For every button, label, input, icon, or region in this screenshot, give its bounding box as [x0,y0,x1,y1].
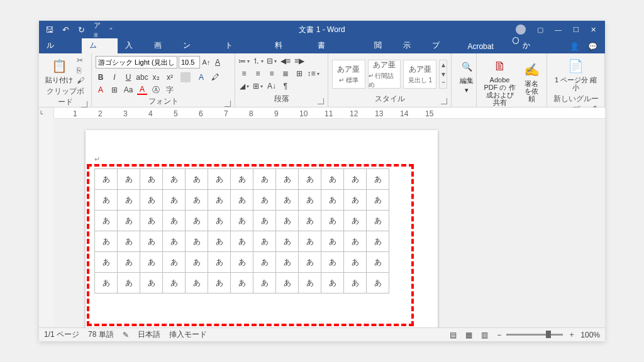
table-cell[interactable]: あ [299,231,321,252]
table-cell[interactable]: あ [140,211,163,231]
table-cell[interactable]: あ [367,252,389,273]
table-cell[interactable]: あ [118,273,140,293]
table-cell[interactable]: あ [163,231,186,252]
table-cell[interactable]: あ [118,231,140,252]
table-cell[interactable]: あ [299,273,321,293]
table-cell[interactable]: あ [253,211,276,231]
table-cell[interactable]: あ [299,190,321,211]
line-spacing-icon[interactable]: ↕≡ [308,69,318,79]
undo-icon[interactable]: ↶ [62,25,69,35]
table-cell[interactable]: あ [140,252,163,273]
table-cell[interactable]: あ [118,190,140,211]
table-cell[interactable]: あ [163,190,186,211]
table-cell[interactable]: あ [163,211,186,231]
redo-icon[interactable]: ↻ [78,25,85,35]
launcher-icon[interactable] [318,98,324,104]
qat-more-icon[interactable]: ⁼ [109,26,113,33]
table-cell[interactable]: あ [140,231,163,252]
strike-icon[interactable]: abc [137,72,147,82]
grow-font-icon[interactable]: A↑ [201,57,211,68]
editing-button[interactable]: 🔍編集▾ [455,57,478,94]
enclose-icon[interactable]: Ⓐ [151,85,161,95]
view-web-icon[interactable]: ▥ [481,331,488,339]
text-effects-icon[interactable]: A [196,72,206,82]
table-cell[interactable]: あ [95,169,118,190]
style-見出し1[interactable]: あア亜見出し 1 [403,60,436,89]
table-cell[interactable]: あ [344,252,367,273]
table-cell[interactable]: あ [208,273,231,293]
table-cell[interactable]: あ [95,190,118,211]
table-cell[interactable]: あ [163,252,186,273]
table-cell[interactable]: あ [276,169,299,190]
table-cell[interactable]: あ [321,169,344,190]
align-right-icon[interactable]: ≡ [267,69,277,79]
table-cell[interactable]: あ [208,231,231,252]
table-cell[interactable]: あ [140,169,163,190]
vertical-ruler[interactable] [39,119,54,327]
sort-icon[interactable]: A↓ [267,81,277,91]
table-cell[interactable]: あ [186,252,208,273]
table-cell[interactable]: あ [208,211,231,231]
table-cell[interactable]: あ [95,252,118,273]
style-↵行間詰め[interactable]: あア亜↵ 行間詰め [368,60,401,89]
table-cell[interactable]: あ [344,169,367,190]
highlight-icon[interactable]: 🖍 [210,72,220,82]
zoom-level[interactable]: 100% [580,331,600,339]
table-cell[interactable]: あ [253,252,276,273]
launcher-icon[interactable] [225,101,231,107]
table-cell[interactable]: あ [140,190,163,211]
shrink-one-page-button[interactable]: 📄1 ページ分 縮小 [551,56,601,92]
table-cell[interactable]: あ [140,273,163,293]
ribbon-display-icon[interactable]: ▢ [537,26,543,34]
show-marks-icon[interactable]: ¶ [280,81,291,91]
table-cell[interactable]: あ [367,273,389,293]
table-cell[interactable]: あ [186,231,208,252]
table-cell[interactable]: あ [186,190,208,211]
comments-icon[interactable]: 💬 [588,42,597,51]
table-cell[interactable]: あ [276,273,299,293]
spell-icon[interactable]: ✎ [123,331,129,339]
table-cell[interactable]: あ [367,190,389,211]
table-cell[interactable]: あ [344,190,367,211]
bold-icon[interactable]: B [96,72,106,82]
multilevel-icon[interactable]: ⊟ [267,56,277,66]
table-cell[interactable]: あ [95,231,118,252]
table-cell[interactable]: あ [276,190,299,211]
insert-mode[interactable]: 挿入モード [169,329,207,340]
table-cell[interactable]: あ [186,211,208,231]
table-cell[interactable]: あ [186,273,208,293]
font-color-icon[interactable]: A [137,85,147,95]
maximize-icon[interactable]: ☐ [573,26,579,34]
font-name-input[interactable] [96,56,177,69]
numbering-icon[interactable]: ⒈ [253,56,263,66]
table-cell[interactable]: あ [367,211,389,231]
shading-icon[interactable]: ◢ [239,81,249,91]
table-cell[interactable]: あ [344,231,367,252]
table-cell[interactable]: あ [367,169,389,190]
table-cell[interactable]: あ [95,273,118,293]
bullets-icon[interactable]: ≔ [239,56,249,66]
table-cell[interactable]: あ [321,252,344,273]
justify-icon[interactable]: ≣ [280,69,291,79]
align-center-icon[interactable]: ≡ [253,69,263,79]
launcher-icon[interactable] [441,98,447,104]
styles-more-icon[interactable]: ▴▾⁼ [439,60,447,89]
table-cell[interactable]: あ [186,169,208,190]
style-↵標準[interactable]: あア亜↵ 標準 [332,60,365,89]
view-print-icon[interactable]: ▦ [465,331,472,339]
cut-icon[interactable]: ✂ [77,56,84,65]
save-icon[interactable]: 🖫 [45,25,53,35]
table-cell[interactable]: あ [299,252,321,273]
adobe-create-pdf-button[interactable]: 🗎Adobe PDF の 作成および共有 [480,56,519,107]
launcher-icon[interactable] [81,101,87,107]
table-cell[interactable]: あ [276,252,299,273]
adobe-sign-button[interactable]: ✍署名 を依頼 [520,60,543,104]
table-cell[interactable]: あ [344,211,367,231]
table-cell[interactable]: あ [208,169,231,190]
align-left-icon[interactable]: ≡ [239,69,249,79]
underline-icon[interactable]: U [123,72,133,82]
paste-button[interactable]: 📋 貼り付け [43,56,75,85]
language[interactable]: 日本語 [138,329,160,340]
table-cell[interactable]: あ [299,211,321,231]
table-cell[interactable]: あ [321,273,344,293]
